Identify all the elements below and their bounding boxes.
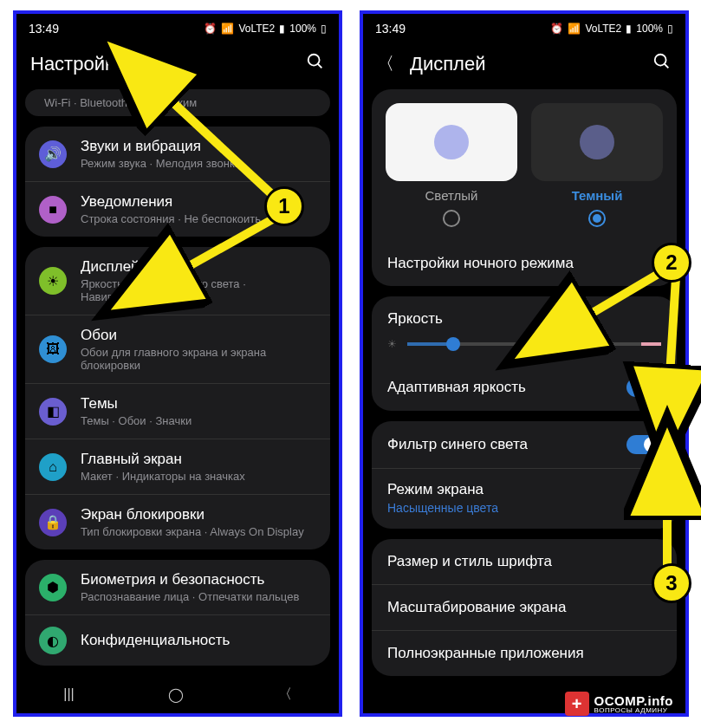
watermark-badge: + bbox=[565, 692, 589, 716]
svg-line-7 bbox=[572, 269, 667, 325]
marker-3: 3 bbox=[652, 563, 691, 603]
svg-line-8 bbox=[669, 277, 676, 390]
svg-line-6 bbox=[169, 217, 277, 277]
marker-1: 1 bbox=[264, 186, 304, 226]
watermark-line1: OCOMP.info bbox=[594, 694, 673, 707]
marker-2: 2 bbox=[652, 243, 691, 283]
annotation-arrows bbox=[0, 0, 701, 728]
svg-line-5 bbox=[156, 87, 277, 199]
watermark-line2: ВОПРОСЫ АДМИНУ bbox=[594, 707, 673, 714]
watermark: + OCOMP.info ВОПРОСЫ АДМИНУ bbox=[565, 692, 673, 716]
